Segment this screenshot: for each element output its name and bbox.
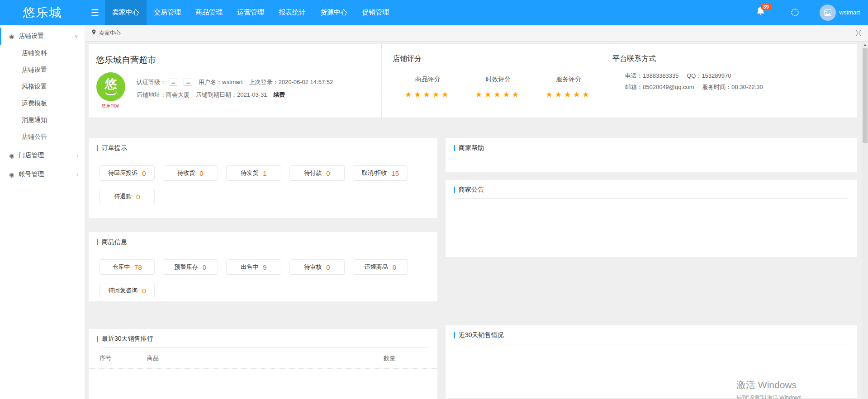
nav-tab-operation[interactable]: 运营管理 (230, 0, 271, 25)
star-rating-icons: ★★★★★ (533, 90, 604, 99)
stat-awaiting-receipt[interactable]: 待收货 0 (163, 165, 218, 181)
sidebar-item-shop-profile[interactable]: 店铺资料 (0, 45, 85, 61)
stat-pending-review[interactable]: 待审核 0 (289, 259, 345, 275)
chevron-down-icon: ∨ (74, 33, 78, 39)
platform-contact-section: 平台联系方式 电话：13883383335 QQ：153289970 邮箱：85… (604, 44, 857, 117)
merchant-help-panel: 商家帮助 (446, 138, 857, 172)
nav-tab-report[interactable]: 报表统计 (271, 0, 313, 25)
column-header-index: 序号 (100, 354, 147, 362)
sidebar: ◉ 店铺设置 ∨ 店铺资料 店铺设置 风格设置 运费模板 消息通知 店铺公告 ◉… (0, 25, 85, 399)
scrollbar-thumb[interactable] (863, 48, 868, 143)
cert-badge-icon (184, 79, 192, 86)
app-logo[interactable]: 悠乐城 (0, 0, 85, 25)
sales-chart-panel: 近30天销售情况 (446, 325, 857, 398)
seller-admin-app: 悠乐城 ☰ 卖家中心 交易管理 商品管理 运营管理 报表统计 货源中心 促销管理… (0, 0, 868, 399)
merchant-notice-title: 商家公告 (454, 186, 848, 194)
nav-tab-trade[interactable]: 交易管理 (147, 0, 188, 25)
sidebar-item-store-management[interactable]: ◉ 门店管理 ‹ (0, 147, 85, 164)
stat-pending-refund[interactable]: 待退款 0 (100, 189, 155, 204)
orders-panel: 订单提示 待回应投诉 0 待收货 (89, 138, 437, 218)
navbar-right: 39 wstmart (756, 0, 868, 25)
store-details: 认证等级： 用户名：wstmart 上次登录：2020-06-02 14:57:… (137, 72, 339, 109)
sidebar-item-shop-settings[interactable]: ◉ 店铺设置 ∨ (0, 28, 85, 45)
store-expire-date: 店铺到期日期：2021-03-31 (196, 89, 267, 101)
goods-panel-title: 商品信息 (97, 238, 428, 246)
contact-email: 邮箱：85020049@qq.com (625, 84, 694, 90)
nav-tab-goods[interactable]: 商品管理 (188, 0, 230, 25)
stat-in-warehouse[interactable]: 仓库中 78 (100, 259, 155, 275)
store-ratings-section: 店铺评分 商品评分 ★★★★★ 时效评分 ★★★★★ (381, 44, 604, 117)
column-header-quantity: 数量 (384, 354, 427, 362)
notification-badge: 39 (761, 3, 772, 10)
location-pin-icon (91, 29, 96, 37)
rating-timeliness: 时效评分 ★★★★★ (463, 75, 534, 99)
fullscreen-expand-icon[interactable] (855, 30, 862, 36)
contact-phone: 电话：13883383335 (625, 72, 679, 79)
sidebar-item-freight-template[interactable]: 运费模板 (0, 95, 85, 112)
breadcrumb-current: 卖家中心 (99, 29, 121, 37)
stat-low-stock[interactable]: 预警库存 0 (163, 259, 218, 275)
nav-tabs: 卖家中心 交易管理 商品管理 运营管理 报表统计 货源中心 促销管理 (105, 0, 396, 25)
divider (455, 198, 848, 199)
nav-tab-supply[interactable]: 货源中心 (313, 0, 355, 25)
orders-panel-title: 订单提示 (97, 144, 428, 152)
store-address: 店铺地址：商会大厦 (137, 89, 190, 101)
scrollbar-up-arrow[interactable]: ▲ (862, 42, 868, 48)
sidebar-item-shop-setup[interactable]: 店铺设置 (0, 61, 85, 78)
menu-toggle-icon[interactable]: ☰ (85, 0, 105, 25)
sidebar-item-account-management[interactable]: ◉ 帐号管理 ‹ (0, 166, 85, 183)
store-username: 用户名：wstmart (199, 76, 243, 89)
bullseye-icon: ◉ (9, 33, 14, 39)
goods-panel: 商品信息 仓库中 78 预警库存 (89, 232, 437, 301)
stat-awaiting-shipment[interactable]: 待发货 1 (226, 165, 281, 181)
stat-pending-complaints[interactable]: 待回应投诉 0 (100, 165, 155, 181)
merchant-notice-panel: 商家公告 (446, 180, 857, 257)
vertical-scrollbar[interactable]: ▲ (862, 42, 868, 399)
nav-tab-seller-center[interactable]: 卖家中心 (105, 0, 147, 25)
smile-icon (105, 91, 117, 95)
main-content: 悠乐城自营超市 悠 悠乐到家 (85, 42, 862, 399)
store-logo: 悠 悠乐到家 (96, 72, 126, 109)
sidebar-item-style-settings[interactable]: 风格设置 (0, 78, 85, 95)
top-navbar: 悠乐城 ☰ 卖家中心 交易管理 商品管理 运营管理 报表统计 货源中心 促销管理… (0, 0, 868, 25)
nav-tab-promotion[interactable]: 促销管理 (355, 0, 396, 25)
renew-link[interactable]: 续费 (274, 89, 285, 101)
stat-violation-goods[interactable]: 违规商品 0 (353, 259, 408, 275)
cert-badge-icon (169, 79, 177, 86)
chevron-left-icon: ‹ (76, 152, 78, 159)
sidebar-item-message-notice[interactable]: 消息通知 (0, 112, 85, 128)
bullseye-icon: ◉ (9, 172, 14, 178)
stat-awaiting-payment[interactable]: 待付款 0 (289, 165, 345, 181)
store-last-login: 上次登录：2020-06-02 14:57:52 (249, 76, 333, 89)
sales-rank-table-header: 序号 商品 数量 (89, 348, 437, 369)
store-summary-card: 悠乐城自营超市 悠 悠乐到家 (89, 44, 857, 117)
user-menu[interactable]: wstmart (820, 5, 860, 21)
breadcrumb: 卖家中心 (85, 25, 868, 42)
column-header-goods: 商品 (147, 354, 384, 362)
stat-cancelled-rejected[interactable]: 取消/拒收 15 (353, 165, 408, 181)
store-logo-slogan: 悠乐到家 (96, 103, 126, 109)
bullseye-icon: ◉ (9, 153, 14, 159)
refresh-spinner-icon[interactable] (791, 9, 799, 16)
store-info-section: 悠乐城自营超市 悠 悠乐到家 (89, 44, 381, 117)
rating-service: 服务评分 ★★★★★ (533, 75, 604, 99)
stat-pending-replies[interactable]: 待回复咨询 0 (100, 283, 155, 298)
contact-title: 平台联系方式 (612, 54, 857, 64)
chevron-left-icon: ‹ (76, 171, 78, 178)
sales-rank-title: 最近30天销售排行 (97, 335, 428, 343)
merchant-help-title: 商家帮助 (454, 144, 848, 152)
star-rating-icons: ★★★★★ (393, 90, 463, 99)
stat-on-sale[interactable]: 出售中 9 (226, 259, 281, 275)
divider (455, 157, 848, 157)
contact-qq: QQ：153289970 (687, 72, 731, 79)
sidebar-item-shop-announcement[interactable]: 店铺公告 (0, 128, 85, 145)
username: wstmart (840, 9, 860, 16)
store-name: 悠乐城自营超市 (96, 54, 381, 66)
sales-chart-title: 近30天销售情况 (454, 331, 848, 339)
notifications-button[interactable]: 39 (756, 7, 765, 18)
cert-level-label: 认证等级： (137, 76, 166, 89)
ratings-title: 店铺评分 (393, 54, 604, 64)
contact-service-time: 服务时间：08:30-22:30 (702, 84, 763, 90)
rating-goods: 商品评分 ★★★★★ (393, 75, 463, 99)
star-rating-icons: ★★★★★ (463, 90, 534, 99)
